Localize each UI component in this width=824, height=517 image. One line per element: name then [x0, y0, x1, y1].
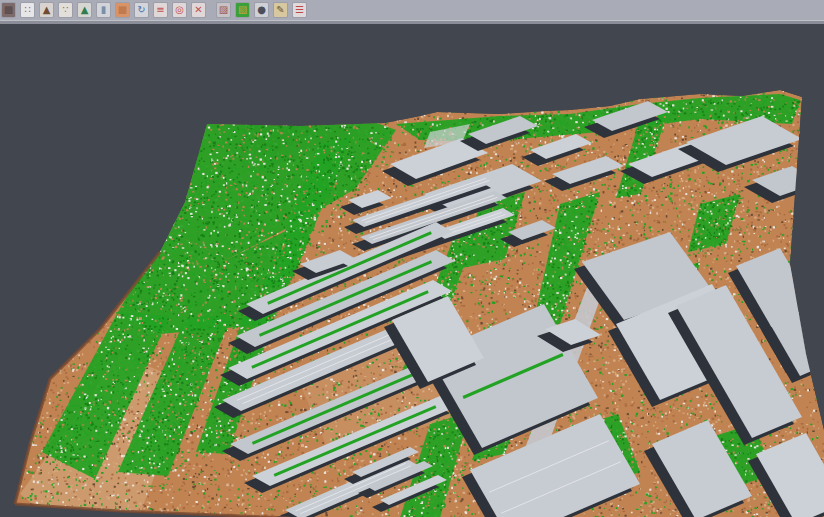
dark-sphere-icon[interactable]: ● [255, 3, 268, 17]
vegetation-mound-icon[interactable]: ▲ [78, 3, 91, 17]
textured-square-icon[interactable]: ▩ [2, 3, 15, 17]
orange-square-icon[interactable]: ■ [116, 3, 129, 17]
classification-map-icon[interactable]: ▧ [236, 3, 249, 17]
3d-viewport[interactable] [0, 24, 824, 517]
terrain-mound-icon[interactable]: ▲ [40, 3, 53, 17]
red-cross-icon[interactable]: ✕ [192, 3, 205, 17]
blue-orbit-icon[interactable]: ↻ [135, 3, 148, 17]
application-window: ▩∷▲∵▲▮■↻≡◎✕▨▧●✎☰ [0, 0, 824, 517]
toolbar: ▩∷▲∵▲▮■↻≡◎✕▨▧●✎☰ [0, 0, 824, 20]
red-circle-icon[interactable]: ◎ [173, 3, 186, 17]
red-stripes-icon[interactable]: ☰ [293, 3, 306, 17]
blue-column-icon[interactable]: ▮ [97, 3, 110, 17]
annotation-icon[interactable]: ✎ [274, 3, 287, 17]
colored-points-icon[interactable]: ∷ [21, 3, 34, 17]
checkered-square-icon[interactable]: ▨ [217, 3, 230, 17]
sparse-points-icon[interactable]: ∵ [59, 3, 72, 17]
red-lines-icon[interactable]: ≡ [154, 3, 167, 17]
